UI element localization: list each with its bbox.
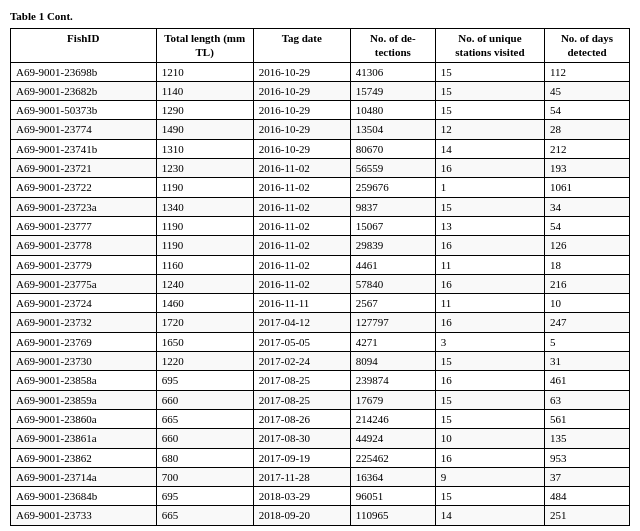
cell-length: 1190	[156, 178, 253, 197]
cell-detections: 15749	[350, 81, 435, 100]
cell-stations: 15	[435, 409, 544, 428]
cell-tagdate: 2018-03-29	[253, 487, 350, 506]
cell-days: 112	[545, 62, 630, 81]
cell-days: 45	[545, 81, 630, 100]
cell-length: 665	[156, 506, 253, 525]
cell-fishid: A69-9001-23733	[11, 506, 157, 525]
cell-detections: 56559	[350, 159, 435, 178]
cell-fishid: A69-9001-23769	[11, 332, 157, 351]
cell-length: 1650	[156, 332, 253, 351]
table-row: A69-9001-23682b11402016-10-29157491545	[11, 81, 630, 100]
cell-detections: 9837	[350, 197, 435, 216]
cell-detections: 41306	[350, 62, 435, 81]
cell-detections: 214246	[350, 409, 435, 428]
cell-fishid: A69-9001-23779	[11, 255, 157, 274]
cell-length: 1340	[156, 197, 253, 216]
table-row: A69-9001-50373b12902016-10-29104801554	[11, 101, 630, 120]
cell-length: 1230	[156, 159, 253, 178]
col-header-fishid: FishID	[11, 29, 157, 63]
cell-length: 1310	[156, 139, 253, 158]
cell-stations: 1	[435, 178, 544, 197]
cell-days: 34	[545, 197, 630, 216]
table-row: A69-9001-237336652018-09-2011096514251	[11, 506, 630, 525]
cell-length: 660	[156, 390, 253, 409]
cell-stations: 16	[435, 313, 544, 332]
cell-days: 63	[545, 390, 630, 409]
table-row: A69-9001-2373012202017-02-2480941531	[11, 352, 630, 371]
cell-length: 700	[156, 467, 253, 486]
cell-tagdate: 2016-11-11	[253, 294, 350, 313]
cell-days: 561	[545, 409, 630, 428]
cell-length: 1220	[156, 352, 253, 371]
cell-fishid: A69-9001-23860a	[11, 409, 157, 428]
table-row: A69-9001-23684b6952018-03-299605115484	[11, 487, 630, 506]
data-table: FishID Total length (mm TL) Tag date No.…	[10, 28, 630, 526]
cell-fishid: A69-9001-23858a	[11, 371, 157, 390]
cell-fishid: A69-9001-23861a	[11, 429, 157, 448]
cell-fishid: A69-9001-50373b	[11, 101, 157, 120]
cell-fishid: A69-9001-23775a	[11, 274, 157, 293]
cell-detections: 4271	[350, 332, 435, 351]
table-row: A69-9001-2377911602016-11-0244611118	[11, 255, 630, 274]
cell-length: 1210	[156, 62, 253, 81]
table-row: A69-9001-2377811902016-11-022983916126	[11, 236, 630, 255]
cell-stations: 14	[435, 506, 544, 525]
cell-stations: 11	[435, 255, 544, 274]
cell-days: 10	[545, 294, 630, 313]
table-row: A69-9001-23861a6602017-08-304492410135	[11, 429, 630, 448]
cell-tagdate: 2016-11-02	[253, 255, 350, 274]
table-row: A69-9001-23723a13402016-11-0298371534	[11, 197, 630, 216]
cell-tagdate: 2016-11-02	[253, 197, 350, 216]
cell-tagdate: 2016-11-02	[253, 159, 350, 178]
cell-tagdate: 2016-11-02	[253, 236, 350, 255]
cell-fishid: A69-9001-23684b	[11, 487, 157, 506]
cell-stations: 16	[435, 448, 544, 467]
cell-detections: 57840	[350, 274, 435, 293]
cell-fishid: A69-9001-23722	[11, 178, 157, 197]
cell-tagdate: 2018-09-20	[253, 506, 350, 525]
cell-stations: 12	[435, 120, 544, 139]
cell-detections: 110965	[350, 506, 435, 525]
table-row: A69-9001-2377414902016-10-29135041228	[11, 120, 630, 139]
cell-tagdate: 2016-10-29	[253, 101, 350, 120]
cell-detections: 4461	[350, 255, 435, 274]
table-row: A69-9001-23775a12402016-11-025784016216	[11, 274, 630, 293]
cell-tagdate: 2017-09-19	[253, 448, 350, 467]
cell-length: 1190	[156, 216, 253, 235]
cell-detections: 80670	[350, 139, 435, 158]
col-header-length: Total length (mm TL)	[156, 29, 253, 63]
table-row: A69-9001-2372211902016-11-0225967611061	[11, 178, 630, 197]
table-row: A69-9001-23741b13102016-10-298067014212	[11, 139, 630, 158]
cell-days: 126	[545, 236, 630, 255]
cell-stations: 15	[435, 390, 544, 409]
cell-fishid: A69-9001-23859a	[11, 390, 157, 409]
cell-tagdate: 2016-11-02	[253, 274, 350, 293]
cell-detections: 15067	[350, 216, 435, 235]
table-row: A69-9001-2372414602016-11-1125671110	[11, 294, 630, 313]
cell-length: 665	[156, 409, 253, 428]
cell-tagdate: 2017-08-25	[253, 390, 350, 409]
cell-days: 31	[545, 352, 630, 371]
cell-length: 1190	[156, 236, 253, 255]
col-header-tagdate: Tag date	[253, 29, 350, 63]
cell-length: 1160	[156, 255, 253, 274]
cell-tagdate: 2017-04-12	[253, 313, 350, 332]
cell-detections: 8094	[350, 352, 435, 371]
cell-detections: 259676	[350, 178, 435, 197]
cell-fishid: A69-9001-23714a	[11, 467, 157, 486]
cell-tagdate: 2016-10-29	[253, 120, 350, 139]
cell-tagdate: 2017-08-26	[253, 409, 350, 428]
cell-days: 37	[545, 467, 630, 486]
cell-days: 484	[545, 487, 630, 506]
cell-days: 18	[545, 255, 630, 274]
cell-stations: 15	[435, 101, 544, 120]
table-row: A69-9001-23859a6602017-08-25176791563	[11, 390, 630, 409]
cell-days: 5	[545, 332, 630, 351]
cell-tagdate: 2017-05-05	[253, 332, 350, 351]
cell-length: 1240	[156, 274, 253, 293]
cell-days: 54	[545, 101, 630, 120]
cell-fishid: A69-9001-23698b	[11, 62, 157, 81]
cell-fishid: A69-9001-23778	[11, 236, 157, 255]
table-row: A69-9001-23860a6652017-08-2621424615561	[11, 409, 630, 428]
table-row: A69-9001-238626802017-09-1922546216953	[11, 448, 630, 467]
